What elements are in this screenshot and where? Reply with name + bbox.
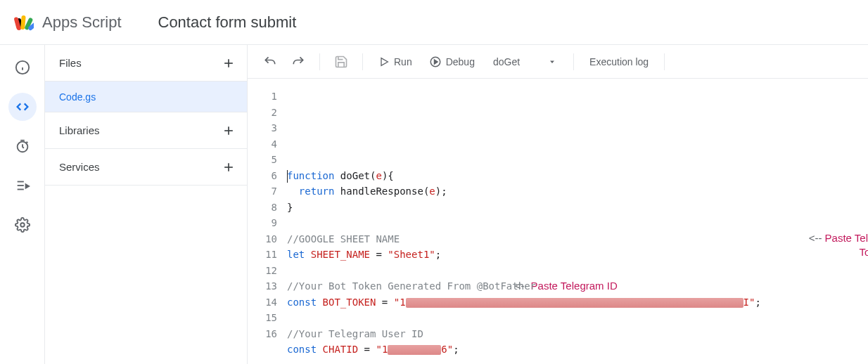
code-content[interactable]: <-- Paste Telegram Token <-- Paste Teleg…	[287, 79, 868, 364]
add-file-button[interactable]	[219, 53, 238, 73]
debug-button[interactable]: Debug	[423, 49, 480, 74]
files-label: Files	[59, 57, 82, 69]
separator	[319, 53, 320, 70]
editor-pane: Run Debug doGet Execution log 1234567891…	[248, 45, 868, 364]
redo-button[interactable]	[287, 51, 309, 73]
sidebar-files-header: Files	[45, 45, 247, 82]
svg-marker-23	[434, 60, 438, 64]
add-service-button[interactable]	[219, 157, 238, 177]
nav-rail	[0, 45, 45, 364]
separator	[573, 53, 574, 70]
separator	[362, 53, 363, 70]
nav-triggers[interactable]	[8, 132, 37, 160]
execution-log-button[interactable]: Execution log	[584, 49, 654, 74]
nav-overview[interactable]	[8, 53, 37, 82]
nav-executions[interactable]	[8, 171, 37, 200]
nav-settings[interactable]	[8, 211, 37, 239]
svg-point-14	[20, 223, 25, 227]
svg-marker-24	[550, 60, 554, 63]
toolbar: Run Debug doGet Execution log	[248, 45, 868, 79]
svg-marker-21	[381, 58, 388, 65]
file-item-code-gs[interactable]: Code.gs	[45, 82, 247, 112]
save-button[interactable]	[330, 51, 352, 73]
function-selected: doGet	[493, 56, 520, 67]
debug-label: Debug	[446, 56, 475, 67]
sidebar-libraries-header: Libraries	[45, 112, 247, 149]
svg-marker-13	[25, 184, 29, 188]
services-label: Services	[59, 161, 100, 173]
execution-log-label: Execution log	[589, 56, 649, 67]
sidebar-services-header: Services	[45, 149, 247, 186]
code-editor[interactable]: 12345678910111213141516 <-- Paste Telegr…	[248, 79, 868, 364]
document-title[interactable]: Contact form submit	[158, 13, 297, 32]
libraries-label: Libraries	[59, 124, 100, 136]
header: Apps Script Contact form submit	[0, 0, 868, 45]
undo-button[interactable]	[259, 51, 281, 73]
nav-editor[interactable]	[8, 93, 37, 121]
run-label: Run	[394, 56, 412, 67]
add-library-button[interactable]	[219, 121, 238, 141]
chevron-down-icon	[548, 58, 556, 66]
separator	[664, 53, 665, 70]
run-button[interactable]: Run	[373, 49, 418, 74]
apps-script-logo-icon	[11, 11, 34, 34]
function-select[interactable]: doGet	[486, 49, 563, 74]
sidebar: Files Code.gs Libraries Services	[45, 45, 248, 364]
main: Files Code.gs Libraries Services	[0, 45, 868, 364]
product-name: Apps Script	[42, 13, 122, 32]
line-gutter: 12345678910111213141516	[248, 79, 287, 364]
